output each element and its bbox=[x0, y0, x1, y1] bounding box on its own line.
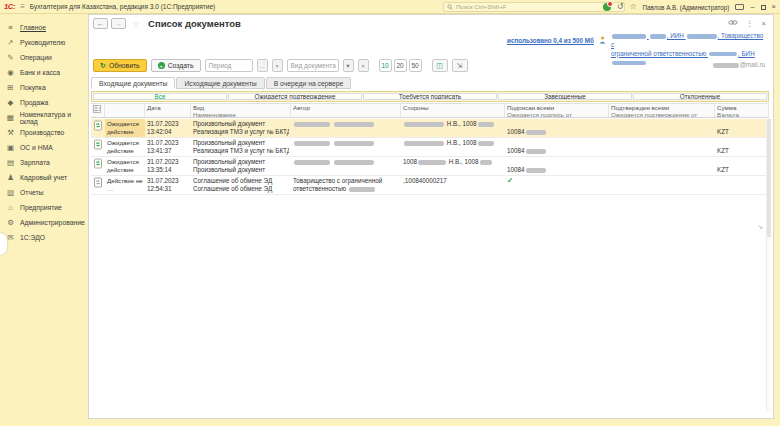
table-row[interactable]: Ожидается действие31.07.202313:41:37Прои… bbox=[91, 138, 769, 157]
header-icon[interactable] bbox=[91, 104, 105, 117]
table-row[interactable]: Действие не …31.07.202312:54:31Соглашени… bbox=[91, 176, 769, 195]
sidebar-item-sales[interactable]: ◆Продажа bbox=[0, 95, 88, 110]
scroll-corner-icon[interactable]: ↘ bbox=[757, 223, 763, 231]
kind-cell: Соглашение об обмене ЭДСоглашение об обм… bbox=[191, 176, 291, 194]
page-size-50-button[interactable]: 50 bbox=[409, 59, 422, 72]
sum-line1 bbox=[717, 158, 767, 166]
forward-button[interactable]: → bbox=[111, 18, 126, 29]
purchase-icon: ⊞ bbox=[6, 83, 15, 92]
header-sublabel: Валюта bbox=[717, 112, 766, 117]
table-row[interactable]: Ожидается действие31.07.202313:35:14Прои… bbox=[91, 157, 769, 176]
vertical-scrollbar[interactable] bbox=[766, 119, 771, 412]
header-sum[interactable]: СуммаВалюта bbox=[715, 104, 769, 117]
tab-incoming[interactable]: Входящие документы bbox=[91, 77, 175, 89]
column-settings-icon bbox=[93, 107, 101, 114]
tab-server-queue[interactable]: В очереди на сервере bbox=[266, 77, 352, 89]
filter-needs-signing[interactable]: Требуется подписать bbox=[363, 93, 497, 100]
filter-all[interactable]: Все bbox=[93, 93, 227, 100]
sidebar-item-label: Продажа bbox=[20, 99, 48, 106]
more-commands-icon[interactable]: ⋮ bbox=[746, 19, 754, 28]
page-size-10-button[interactable]: 10 bbox=[379, 59, 392, 72]
time-line: 13:41:37 bbox=[147, 147, 189, 155]
filter-completed[interactable]: Завершенные bbox=[498, 93, 632, 100]
sidebar-item-main[interactable]: ≡Главное bbox=[0, 20, 88, 35]
period-input[interactable]: Период bbox=[205, 59, 253, 72]
date-line: 31.07.2023 bbox=[147, 120, 189, 128]
signed-check-icon: ✓ bbox=[507, 177, 513, 185]
hr-icon: ♟ bbox=[6, 173, 15, 182]
main-menu-icon[interactable]: ≡ bbox=[20, 2, 25, 11]
header-signed[interactable]: Подписан всемиОжидается подпись от bbox=[505, 104, 609, 117]
status-cell: Ожидается действие bbox=[105, 157, 145, 175]
global-search-input[interactable]: Поиск Ctrl+Shift+F bbox=[443, 2, 625, 12]
sidebar-item-manager[interactable]: ↗Руководителю bbox=[0, 35, 88, 50]
sidebar-item-operations[interactable]: ✎Операции bbox=[0, 50, 88, 65]
close-form-icon[interactable]: × bbox=[762, 19, 766, 28]
sidebar-item-inventory[interactable]: ▦Номенклатура и склад bbox=[0, 110, 88, 125]
doc-type-clear-button[interactable]: × bbox=[358, 59, 369, 72]
filter-declined[interactable]: Отклоненные bbox=[633, 93, 767, 100]
header-date[interactable]: Дата bbox=[145, 104, 191, 117]
restore-button[interactable] bbox=[761, 5, 766, 10]
sidebar-item-purchase[interactable]: ⊞Покупка bbox=[0, 80, 88, 95]
signed-cell: 10084 bbox=[505, 119, 609, 137]
redacted-text bbox=[294, 122, 330, 127]
header-author[interactable]: Автор bbox=[291, 104, 401, 117]
period-picker-button[interactable]: … bbox=[257, 59, 268, 72]
text-segment bbox=[331, 120, 333, 127]
author-line2 bbox=[293, 128, 399, 136]
table-row[interactable]: Ожидается действие31.07.202313:42:04Прои… bbox=[91, 119, 769, 138]
titlebar-controls: ↺ ☆ Павлов А.В. (Администратор) – × bbox=[603, 0, 776, 14]
sidebar-item-salary[interactable]: ▤Зарплата bbox=[0, 155, 88, 170]
back-button[interactable]: ← bbox=[93, 18, 108, 29]
display-settings-icon[interactable] bbox=[735, 4, 744, 10]
parties-cell: ,100840000217 bbox=[401, 176, 505, 194]
author-line1: Товарищество с ограниченной bbox=[293, 177, 399, 185]
doc-type-input[interactable]: Вид документа bbox=[287, 59, 339, 72]
history-icon[interactable]: ↺ bbox=[617, 3, 624, 11]
production-icon: ⚒ bbox=[6, 128, 15, 137]
warehouse-icon: ▦ bbox=[6, 113, 15, 122]
author-line2 bbox=[293, 166, 399, 174]
close-window-button[interactable]: × bbox=[772, 3, 776, 11]
signed-cell: 10084 bbox=[505, 157, 609, 175]
header-status[interactable] bbox=[105, 104, 145, 117]
header-parties[interactable]: Стороны bbox=[401, 104, 505, 117]
name-line: Реализация ТМЗ и услуг № БКТДП000001 от… bbox=[193, 147, 289, 155]
form-navigation: ← → ☆ Список документов bbox=[93, 18, 241, 29]
notifications-icon[interactable] bbox=[603, 3, 611, 11]
current-user[interactable]: Павлов А.В. (Администратор) bbox=[643, 4, 730, 11]
list-settings-button[interactable]: ⇲ bbox=[452, 59, 468, 72]
sidebar-item-edo[interactable]: ✉1С:ЭДО bbox=[0, 230, 88, 245]
period-clear-button[interactable]: × bbox=[272, 59, 283, 72]
doc-type-dropdown-icon[interactable]: ▼ bbox=[343, 59, 354, 72]
filter-awaiting-confirmation[interactable]: Ожидается подтверждение bbox=[228, 93, 362, 100]
titlebar: 1С: ≡ Бухгалтерия для Казахстана, редакц… bbox=[0, 0, 780, 14]
favorites-icon[interactable]: ☆ bbox=[629, 3, 636, 11]
get-link-icon[interactable] bbox=[728, 19, 738, 28]
scrollbar-thumb[interactable] bbox=[767, 119, 771, 237]
storage-usage-link[interactable]: использовано 0,4 из 500 Мб bbox=[507, 37, 594, 44]
sidebar-item-reports[interactable]: ▥Отчеты bbox=[0, 185, 88, 200]
create-button[interactable]: + Создать bbox=[151, 59, 201, 72]
panel-toggle-button[interactable]: ◫ bbox=[432, 59, 448, 72]
table-header: ДатаВидНаименованиеАвторСтороныПодписан … bbox=[91, 103, 769, 118]
sidebar-item-administration[interactable]: ⚙Администрирование bbox=[0, 215, 88, 230]
page-size-20-button[interactable]: 20 bbox=[394, 59, 407, 72]
sidebar-item-bank-cash[interactable]: ◉Банк и касса bbox=[0, 65, 88, 80]
sidebar-collapse-handle[interactable] bbox=[0, 233, 7, 255]
tab-outgoing[interactable]: Исходящие документы bbox=[176, 77, 264, 89]
edo-icon: ✉ bbox=[6, 233, 15, 242]
sidebar-item-assets[interactable]: ▣ОС и НМА bbox=[0, 140, 88, 155]
sidebar-item-enterprise[interactable]: ⌂Предприятие bbox=[0, 200, 88, 215]
header-confirmed[interactable]: Подтвержден всемиОжидается подтверждение… bbox=[609, 104, 715, 117]
minimize-button[interactable]: – bbox=[750, 3, 754, 11]
favorite-star-icon[interactable]: ☆ bbox=[132, 19, 140, 29]
currency-line: KZT bbox=[717, 147, 767, 155]
kind-cell: Произвольный документРеализация ТМЗ и ус… bbox=[191, 119, 291, 137]
redacted-text bbox=[713, 63, 739, 68]
refresh-button[interactable]: ↻ Обновить bbox=[93, 59, 147, 72]
sidebar-item-production[interactable]: ⚒Производство bbox=[0, 125, 88, 140]
sidebar-item-hr[interactable]: ♟Кадровый учет bbox=[0, 170, 88, 185]
header-kind[interactable]: ВидНаименование bbox=[191, 104, 291, 117]
